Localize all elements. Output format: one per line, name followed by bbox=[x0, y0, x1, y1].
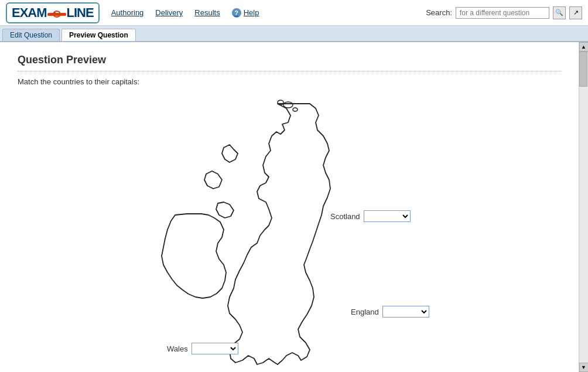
england-label-area: England Edinburgh London Cardiff Belfast bbox=[351, 306, 429, 318]
logo-line: LINE bbox=[67, 5, 94, 21]
scroll-track bbox=[579, 52, 588, 363]
scotland-label-area: Scotland Edinburgh London Cardiff Belfas… bbox=[330, 210, 411, 222]
tabs-bar: Edit Question Preview Question bbox=[0, 26, 588, 42]
help-icon: ? bbox=[232, 8, 241, 18]
nav-authoring[interactable]: Authoring bbox=[111, 8, 144, 17]
search-input[interactable] bbox=[456, 7, 549, 19]
header: EXAM LINE Authoring Delivery Results ? H… bbox=[0, 0, 588, 26]
map-container: Scotland Edinburgh London Cardiff Belfas… bbox=[84, 98, 494, 367]
logo-graphic bbox=[47, 10, 66, 18]
content-area: Question Preview Match the countries to … bbox=[0, 42, 579, 372]
question-text: Match the countries to their capitals: bbox=[18, 77, 561, 86]
scroll-down-button[interactable]: ▼ bbox=[579, 363, 589, 372]
search-label: Search: bbox=[426, 8, 452, 17]
svg-point-5 bbox=[293, 108, 298, 111]
scrollbar: ▲ ▼ bbox=[579, 42, 588, 372]
england-dropdown[interactable]: Edinburgh London Cardiff Belfast bbox=[382, 306, 429, 318]
wales-label-area: Wales Edinburgh London Cardiff Belfast bbox=[167, 343, 238, 354]
search-extra-button[interactable]: ↗ bbox=[569, 6, 582, 19]
logo: EXAM LINE bbox=[6, 2, 100, 23]
wales-label: Wales bbox=[167, 344, 188, 353]
search-submit-button[interactable]: 🔍 bbox=[553, 6, 566, 19]
uk-map-svg bbox=[143, 98, 406, 367]
search-area: Search: 🔍 ↗ bbox=[426, 6, 582, 19]
scroll-thumb[interactable] bbox=[579, 52, 587, 87]
nav-results[interactable]: Results bbox=[194, 8, 220, 17]
scotland-label: Scotland bbox=[330, 212, 360, 221]
tab-preview-question[interactable]: Preview Question bbox=[61, 29, 136, 41]
main-nav: Authoring Delivery Results ? Help bbox=[111, 8, 426, 18]
scotland-dropdown[interactable]: Edinburgh London Cardiff Belfast bbox=[364, 210, 411, 222]
wales-dropdown[interactable]: Edinburgh London Cardiff Belfast bbox=[192, 343, 238, 354]
logo-exam: EXAM bbox=[12, 5, 47, 21]
section-title: Question Preview bbox=[18, 54, 561, 71]
scroll-up-button[interactable]: ▲ bbox=[579, 42, 589, 52]
tab-edit-question[interactable]: Edit Question bbox=[2, 29, 60, 41]
nav-help-link[interactable]: ? Help bbox=[232, 8, 259, 18]
svg-point-3 bbox=[283, 102, 293, 108]
nav-delivery[interactable]: Delivery bbox=[155, 8, 183, 17]
england-label: England bbox=[351, 308, 379, 316]
main-area: Question Preview Match the countries to … bbox=[0, 42, 588, 372]
nav-help-label: Help bbox=[244, 8, 259, 17]
